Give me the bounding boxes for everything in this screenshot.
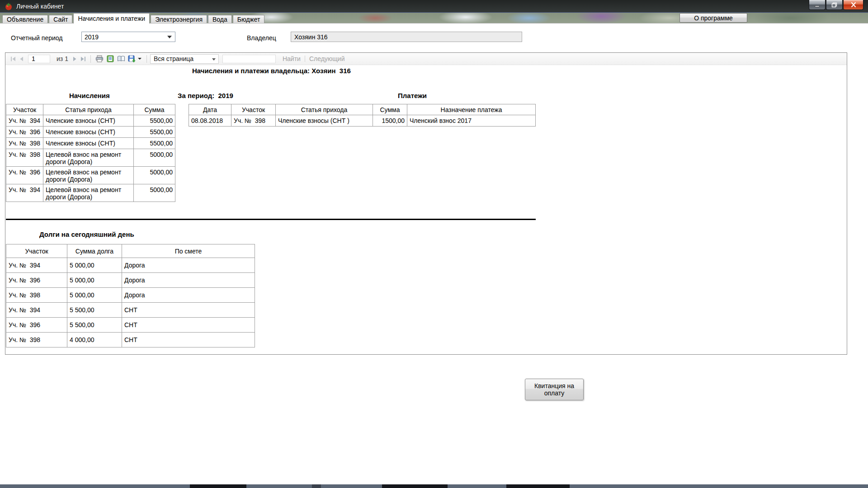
table-row: Уч. № 3945 000,00Дорога xyxy=(6,258,255,273)
accruals-section-title: Начисления xyxy=(69,92,110,99)
next-page-button[interactable] xyxy=(71,55,79,63)
restore-button[interactable] xyxy=(826,0,843,10)
chevron-down-icon xyxy=(167,36,172,38)
table-row: Уч. № 396Целевой взнос на ремонт дороги … xyxy=(6,167,175,184)
table-cell: 4 000,00 xyxy=(67,333,122,347)
about-program-button[interactable]: О программе xyxy=(679,13,747,23)
table-cell: Уч. № 394 xyxy=(6,258,67,273)
table-cell: Уч. № 398 xyxy=(6,149,43,167)
report-viewer-panel: из 1 xyxy=(5,52,847,355)
table-cell: СНТ xyxy=(122,303,255,318)
tab-page-content: Отчетный период 2019 Владелец Хозяин 316… xyxy=(0,23,868,484)
accruals-table: УчастокСтатья приходаСумма Уч. № 394Член… xyxy=(6,104,175,202)
table-cell: Целевой взнос на ремонт дороги (Дорога) xyxy=(43,149,134,167)
find-text-input[interactable] xyxy=(222,55,276,63)
tab-site[interactable]: Сайт xyxy=(49,15,72,23)
current-page-input[interactable] xyxy=(28,55,50,63)
table-row: Уч. № 396Членские взносы (СНТ)5500,00 xyxy=(6,127,175,138)
window-controls xyxy=(808,0,863,10)
column-header: Сумма долга xyxy=(67,244,122,258)
tab-announcement[interactable]: Объявление xyxy=(2,15,48,23)
previous-page-button[interactable] xyxy=(17,55,25,63)
table-cell: 5000,00 xyxy=(134,184,175,202)
table-cell: Членские взносы (СНТ) xyxy=(43,138,134,149)
table-cell: 5000,00 xyxy=(134,167,175,184)
column-header: Дата xyxy=(189,104,231,115)
titlebar: Личный кабинет xyxy=(0,0,868,13)
zoom-combobox[interactable]: Вся страница xyxy=(150,54,219,64)
table-cell: Целевой взнос на ремонт дороги (Дорога) xyxy=(43,184,134,202)
taskbar-edge xyxy=(0,484,868,488)
table-row: Уч. № 3945 500,00СНТ xyxy=(6,303,255,318)
accruals-header-row: УчастокСтатья приходаСумма xyxy=(6,104,175,115)
column-header: Участок xyxy=(231,104,276,115)
tab-electricity[interactable]: Электроэнергия xyxy=(151,15,207,23)
table-cell: СНТ xyxy=(122,318,255,333)
column-header: Статья прихода xyxy=(276,104,373,115)
report-period-value: 2019 xyxy=(85,33,99,41)
owner-value: Хозяин 316 xyxy=(294,33,328,41)
table-row: Уч. № 3965 500,00СНТ xyxy=(6,318,255,333)
column-header: Сумма xyxy=(373,104,407,115)
column-header: Участок xyxy=(6,244,67,258)
table-cell: Уч. № 394 xyxy=(6,115,43,127)
table-cell: Уч. № 398 xyxy=(231,115,276,127)
payment-receipt-button[interactable]: Квитанция на оплату xyxy=(525,379,584,400)
export-dropdown-caret[interactable] xyxy=(138,58,142,60)
table-cell: 5500,00 xyxy=(134,115,175,127)
table-row: Уч. № 3984 000,00СНТ xyxy=(6,333,255,347)
column-header: По смете xyxy=(122,244,255,258)
table-cell: Целевой взнос на ремонт дороги (Дорога) xyxy=(43,167,134,184)
report-toolbar: из 1 xyxy=(5,53,847,65)
table-cell: Уч. № 396 xyxy=(6,273,67,288)
tab-accruals-payments[interactable]: Начисления и платежи xyxy=(73,13,150,23)
table-cell: 5500,00 xyxy=(134,127,175,138)
find-next-link[interactable]: Следующий xyxy=(309,55,345,62)
owner-label: Владелец xyxy=(247,34,276,42)
print-layout-button[interactable] xyxy=(106,54,115,63)
print-button[interactable] xyxy=(95,54,104,63)
table-cell: СНТ xyxy=(122,333,255,347)
table-row: Уч. № 3965 000,00Дорога xyxy=(6,273,255,288)
toolbar-separator xyxy=(146,55,147,63)
payments-section-title: Платежи xyxy=(398,92,427,99)
table-row: Уч. № 398Целевой взнос на ремонт дороги … xyxy=(6,149,175,167)
last-page-button[interactable] xyxy=(79,55,87,63)
minimize-button[interactable] xyxy=(809,0,826,10)
table-cell: 5 000,00 xyxy=(67,273,122,288)
table-cell: 5 500,00 xyxy=(67,318,122,333)
payment-receipt-label: Квитанция на оплату xyxy=(525,382,583,397)
table-cell: Членский взнос 2017 xyxy=(407,115,536,127)
table-cell: Уч. № 396 xyxy=(6,127,43,138)
column-header: Участок xyxy=(6,104,43,115)
report-period-label: Отчетный период xyxy=(11,34,62,42)
tab-budget[interactable]: Бюджет xyxy=(233,15,265,23)
table-row: Уч. № 398Членские взносы (СНТ)5500,00 xyxy=(6,138,175,149)
report-title: Начисления и платежи владельца: Хозяин 3… xyxy=(192,67,351,75)
table-cell: 5 000,00 xyxy=(67,288,122,303)
section-divider-line xyxy=(6,219,536,220)
page-setup-button[interactable] xyxy=(117,54,126,63)
owner-field[interactable]: Хозяин 316 xyxy=(291,32,522,42)
tab-water[interactable]: Вода xyxy=(208,15,232,23)
table-row: Уч. № 3985 000,00Дорога xyxy=(6,288,255,303)
table-cell: Дорога xyxy=(122,288,255,303)
first-page-button[interactable] xyxy=(9,55,17,63)
window-title: Личный кабинет xyxy=(16,3,64,10)
table-row: 08.08.2018Уч. № 398Членские взносы (СНТ … xyxy=(189,115,536,127)
table-cell: 08.08.2018 xyxy=(189,115,231,127)
column-header: Сумма xyxy=(134,104,175,115)
column-header: Назначение платежа xyxy=(407,104,536,115)
table-cell: Уч. № 398 xyxy=(6,333,67,347)
report-body: Начисления и платежи владельца: Хозяин 3… xyxy=(5,65,847,354)
table-cell: Членские взносы (СНТ ) xyxy=(276,115,373,127)
export-save-button[interactable] xyxy=(127,54,137,63)
report-period-combobox[interactable]: 2019 xyxy=(81,32,175,42)
chevron-down-icon xyxy=(212,58,216,61)
table-cell: 1500,00 xyxy=(373,115,407,127)
zoom-value: Вся страница xyxy=(154,55,193,62)
close-button[interactable] xyxy=(843,0,863,10)
table-cell: Уч. № 396 xyxy=(6,167,43,184)
app-window: Личный кабинет Объявление Сайт Начислени… xyxy=(0,0,868,488)
find-link[interactable]: Найти xyxy=(283,55,301,62)
